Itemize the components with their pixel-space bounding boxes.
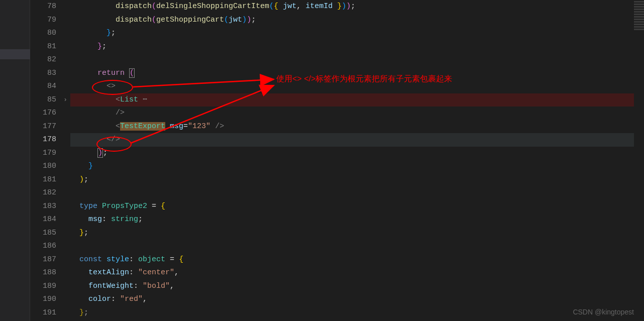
fold-icon[interactable]: [60, 80, 70, 93]
code-line[interactable]: <List ⋯: [70, 93, 634, 107]
code-line[interactable]: color: "red",: [70, 293, 634, 306]
line-number: 177: [30, 120, 56, 134]
fold-icon[interactable]: [60, 0, 70, 14]
line-number: 85: [30, 93, 56, 107]
fold-icon[interactable]: [60, 106, 70, 120]
line-number: 191: [30, 306, 56, 320]
line-number: 178: [30, 133, 56, 147]
annotation-text: 使用<> </>标签作为根元素把所有子元素包裹起来: [276, 74, 452, 84]
line-number: 184: [30, 213, 56, 227]
fold-icon[interactable]: [60, 213, 70, 227]
code-line[interactable]: };: [70, 227, 634, 240]
annotation-circle-open-fragment: [92, 80, 133, 95]
editor-container: 7879808182838485176177178179180181182183…: [0, 0, 644, 321]
line-number: 180: [30, 160, 56, 173]
fold-icon[interactable]: [60, 14, 70, 27]
code-line[interactable]: msg: string;: [70, 213, 634, 227]
code-line[interactable]: );: [70, 173, 634, 187]
line-number: 79: [30, 14, 56, 27]
line-number: 176: [30, 106, 56, 120]
fold-icon[interactable]: [60, 186, 70, 200]
fold-icon[interactable]: [60, 200, 70, 213]
fold-icon[interactable]: [60, 266, 70, 280]
fold-icon[interactable]: [60, 133, 70, 147]
line-number: 182: [30, 186, 56, 200]
fold-icon[interactable]: [60, 120, 70, 134]
code-line[interactable]: <TestExport msg="123" />: [70, 120, 634, 134]
line-number: 189: [30, 280, 56, 293]
line-number: 179: [30, 147, 56, 160]
line-number: 187: [30, 253, 56, 267]
line-number: 82: [30, 53, 56, 67]
fold-icon[interactable]: [60, 173, 70, 187]
code-line[interactable]: }: [70, 160, 634, 173]
line-number-gutter: 7879808182838485176177178179180181182183…: [30, 0, 60, 321]
line-number: 80: [30, 27, 56, 40]
code-line[interactable]: [70, 53, 634, 67]
code-line[interactable]: };: [70, 40, 634, 54]
fold-icon[interactable]: [60, 280, 70, 293]
fold-icon[interactable]: [60, 67, 70, 80]
line-number: 78: [30, 0, 56, 14]
fold-icon[interactable]: [60, 160, 70, 173]
fold-icon[interactable]: [60, 27, 70, 40]
fold-icon[interactable]: [60, 53, 70, 67]
code-line[interactable]: };: [70, 27, 634, 40]
code-line[interactable]: dispatch(delSingleShoppingCartItem({ jwt…: [70, 0, 634, 14]
code-line[interactable]: </>: [70, 133, 634, 147]
code-line[interactable]: };: [70, 306, 634, 320]
code-line[interactable]: type PropsType2 = {: [70, 200, 634, 213]
code-line[interactable]: const style: object = {: [70, 253, 634, 267]
line-number: 83: [30, 67, 56, 80]
fold-icon[interactable]: [60, 240, 70, 253]
code-content[interactable]: dispatch(delSingleShoppingCartItem({ jwt…: [70, 0, 634, 321]
fold-icon[interactable]: [60, 227, 70, 240]
fold-icon[interactable]: ›: [60, 93, 70, 107]
activity-bar[interactable]: [0, 0, 30, 321]
line-number: 190: [30, 293, 56, 306]
line-number: 188: [30, 266, 56, 280]
code-line[interactable]: />: [70, 106, 634, 120]
code-line[interactable]: dispatch(getShoppingCart(jwt));: [70, 14, 634, 27]
code-line[interactable]: );: [70, 147, 634, 160]
code-editor[interactable]: 7879808182838485176177178179180181182183…: [30, 0, 644, 321]
line-number: 183: [30, 200, 56, 213]
code-line[interactable]: [70, 186, 634, 200]
fold-icon[interactable]: [60, 306, 70, 320]
fold-icon[interactable]: [60, 253, 70, 267]
code-line[interactable]: textAlign: "center",: [70, 266, 634, 280]
line-number: 84: [30, 80, 56, 93]
line-number: 185: [30, 227, 56, 240]
fold-column: ›: [60, 0, 70, 321]
code-line[interactable]: [70, 240, 634, 253]
sidebar-selected-item[interactable]: [0, 49, 30, 59]
line-number: 181: [30, 173, 56, 187]
minimap[interactable]: [634, 0, 644, 321]
line-number: 81: [30, 40, 56, 54]
fold-icon[interactable]: [60, 40, 70, 54]
line-number: 186: [30, 240, 56, 253]
fold-icon[interactable]: [60, 293, 70, 306]
fold-icon[interactable]: [60, 147, 70, 160]
watermark: CSDN @kingtopest: [573, 308, 634, 316]
annotation-circle-close-fragment: [96, 137, 132, 152]
code-line[interactable]: fontWeight: "bold",: [70, 280, 634, 293]
